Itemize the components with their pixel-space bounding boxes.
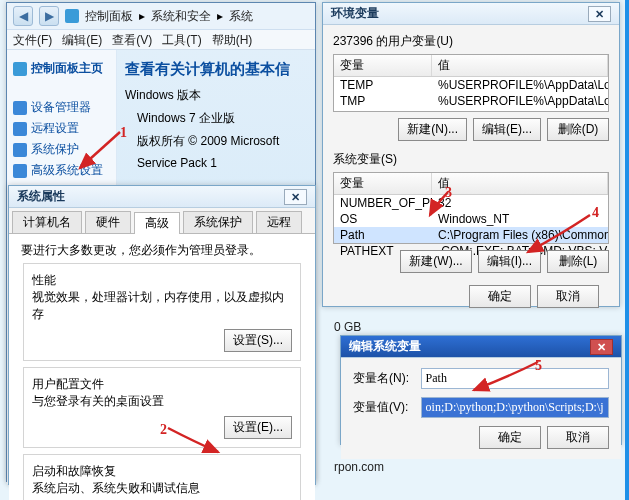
admin-note: 要进行大多数更改，您必须作为管理员登录。 [13, 240, 311, 261]
var-value-label: 变量值(V): [353, 399, 421, 416]
annotation-5: 5 [535, 358, 542, 374]
col-var[interactable]: 变量 [334, 55, 432, 76]
ram-value: 0 GB [334, 320, 361, 334]
menu-edit[interactable]: 编辑(E) [62, 32, 102, 47]
windows-edition: Windows 7 企业版 [137, 110, 307, 127]
sidebar-item-advanced-settings[interactable]: 高级系统设置 [31, 162, 103, 179]
sys-new-button[interactable]: 新建(W)... [400, 250, 471, 273]
start-heading: 启动和故障恢复 [32, 463, 292, 480]
menu-view[interactable]: 查看(V) [112, 32, 152, 47]
shield-icon [13, 122, 27, 136]
menu-tools[interactable]: 工具(T) [162, 32, 201, 47]
var-name-input[interactable] [421, 368, 609, 389]
sys-vars-list[interactable]: 变量值 NUMBER_OF_PR...32 OSWindows_NT PathC… [333, 172, 609, 244]
tab-hardware[interactable]: 硬件 [85, 211, 131, 233]
close-icon[interactable]: ✕ [590, 339, 613, 355]
prof-desc: 与您登录有关的桌面设置 [32, 393, 292, 410]
col-val[interactable]: 值 [432, 173, 608, 194]
prof-heading: 用户配置文件 [32, 376, 292, 393]
env-ok-button[interactable]: 确定 [469, 285, 531, 308]
edit-variable-dialog: 编辑系统变量 ✕ 变量名(N): 变量值(V): oin;D:\python;D… [340, 335, 622, 445]
shield-icon [13, 101, 27, 115]
close-icon[interactable]: ✕ [588, 6, 611, 22]
control-panel-icon [65, 9, 79, 23]
sysprop-titlebar: 系统属性 ✕ [9, 186, 315, 208]
shield-icon [13, 143, 27, 157]
home-icon [13, 62, 27, 76]
page-title: 查看有关计算机的基本信 [125, 60, 307, 79]
forward-icon: ▶ [45, 9, 54, 23]
back-icon: ◀ [19, 9, 28, 23]
env-vars-dialog: 环境变量 ✕ 237396 的用户变量(U) 变量值 TEMP%USERPROF… [322, 2, 620, 307]
tab-protection[interactable]: 系统保护 [183, 211, 253, 233]
sys-edit-button[interactable]: 编辑(I)... [478, 250, 541, 273]
menu-help[interactable]: 帮助(H) [212, 32, 253, 47]
sidebar-home[interactable]: 控制面板主页 [31, 60, 103, 77]
perf-settings-button[interactable]: 设置(S)... [224, 329, 292, 352]
startup-group: 启动和故障恢复 系统启动、系统失败和调试信息 设置(T)... [23, 454, 301, 500]
annotation-1: 1 [120, 125, 127, 141]
menubar: 文件(F) 编辑(E) 查看(V) 工具(T) 帮助(H) [7, 30, 315, 50]
domain-value: rpon.com [334, 460, 384, 474]
user-new-button[interactable]: 新建(N)... [398, 118, 467, 141]
sidebar-item-protection[interactable]: 系统保护 [31, 141, 79, 158]
prof-settings-button[interactable]: 设置(E)... [224, 416, 292, 439]
sys-delete-button[interactable]: 删除(L) [547, 250, 609, 273]
chevron-right-icon: ▸ [139, 9, 145, 23]
tab-computer-name[interactable]: 计算机名 [12, 211, 82, 233]
perf-heading: 性能 [32, 272, 292, 289]
tab-remote[interactable]: 远程 [256, 211, 302, 233]
breadcrumb-bar: ◀ ▶ 控制面板 ▸ 系统和安全 ▸ 系统 [7, 3, 315, 30]
env-titlebar: 环境变量 ✕ [323, 3, 619, 25]
user-edit-button[interactable]: 编辑(E)... [473, 118, 541, 141]
annotation-4: 4 [592, 205, 599, 221]
sidebar-item-device-manager[interactable]: 设备管理器 [31, 99, 91, 116]
user-vars-label: 237396 的用户变量(U) [333, 33, 609, 50]
list-item[interactable]: TEMP%USERPROFILE%\AppData\Local\Temp [334, 77, 608, 93]
chevron-right-icon: ▸ [217, 9, 223, 23]
sysprop-tabs: 计算机名 硬件 高级 系统保护 远程 [9, 208, 315, 234]
list-item[interactable]: TMP%USERPROFILE%\AppData\Local\Temp [334, 93, 608, 109]
windows-edition-heading: Windows 版本 [125, 87, 307, 104]
sys-vars-label: 系统变量(S) [333, 151, 609, 168]
perf-desc: 视觉效果，处理器计划，内存使用，以及虚拟内存 [32, 289, 292, 323]
env-cancel-button[interactable]: 取消 [537, 285, 599, 308]
nav-back-button[interactable]: ◀ [13, 6, 33, 26]
env-title: 环境变量 [331, 5, 379, 22]
annotation-3: 3 [445, 185, 452, 201]
shield-icon [13, 164, 27, 178]
windows-copyright: 版权所有 © 2009 Microsoft [137, 133, 307, 150]
edit-title: 编辑系统变量 [349, 338, 421, 355]
crumb-2[interactable]: 系统和安全 [151, 8, 211, 25]
service-pack: Service Pack 1 [137, 156, 307, 170]
sidebar-item-remote[interactable]: 远程设置 [31, 120, 79, 137]
start-desc: 系统启动、系统失败和调试信息 [32, 480, 292, 497]
close-icon[interactable]: ✕ [284, 189, 307, 205]
edit-cancel-button[interactable]: 取消 [547, 426, 609, 449]
list-item-path[interactable]: PathC:\Program Files (x86)\Common F... [334, 227, 608, 243]
sysprop-title: 系统属性 [17, 188, 65, 205]
user-vars-list[interactable]: 变量值 TEMP%USERPROFILE%\AppData\Local\Temp… [333, 54, 609, 112]
system-properties-dialog: 系统属性 ✕ 计算机名 硬件 高级 系统保护 远程 要进行大多数更改，您必须作为… [8, 185, 316, 485]
crumb-1[interactable]: 控制面板 [85, 8, 133, 25]
list-item[interactable]: OSWindows_NT [334, 211, 608, 227]
annotation-2: 2 [160, 422, 167, 438]
performance-group: 性能 视觉效果，处理器计划，内存使用，以及虚拟内存 设置(S)... [23, 263, 301, 361]
tab-advanced[interactable]: 高级 [134, 212, 180, 234]
edit-ok-button[interactable]: 确定 [479, 426, 541, 449]
edit-titlebar: 编辑系统变量 ✕ [341, 336, 621, 358]
col-var[interactable]: 变量 [334, 173, 432, 194]
var-name-label: 变量名(N): [353, 370, 421, 387]
menu-file[interactable]: 文件(F) [13, 32, 52, 47]
crumb-3[interactable]: 系统 [229, 8, 253, 25]
col-val[interactable]: 值 [432, 55, 608, 76]
nav-forward-button[interactable]: ▶ [39, 6, 59, 26]
user-delete-button[interactable]: 删除(D) [547, 118, 609, 141]
var-value-input[interactable]: oin;D:\python;D:\python\Scripts;D:\j [421, 397, 609, 418]
list-item[interactable]: NUMBER_OF_PR...32 [334, 195, 608, 211]
